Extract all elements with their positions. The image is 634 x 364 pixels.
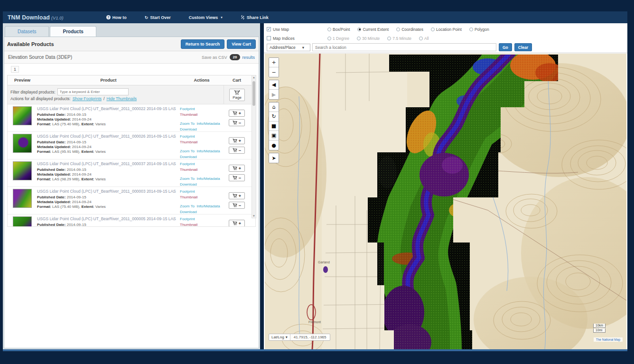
thumbnail-link[interactable]: Thumbnail [180,112,224,118]
product-list: USGS Lidar Point Cloud (LPC) UT_BearRive… [7,104,256,227]
download-link[interactable]: Download [180,155,224,160]
chevron-down-icon: ▾ [302,45,304,50]
add-page-to-cart-button[interactable]: Page [229,89,245,101]
column-header-product: Product [37,78,180,83]
footprint-link[interactable]: Footprint [180,162,224,167]
latlng-mode-select[interactable]: Lat/Lng ▾ [269,334,290,340]
map-indices-checkbox[interactable] [267,36,271,40]
info-metadata-link[interactable]: Info/Metadata [196,149,220,153]
zoom-to-link[interactable]: Zoom To [180,121,195,126]
list-scrollbar[interactable]: ▲ ▼ [252,75,256,218]
refresh-map-button[interactable]: ↻ [269,112,279,121]
use-map-checkbox[interactable]: ✓ [267,27,271,31]
howto-menu-item[interactable]: ? How to [106,15,127,20]
info-metadata-link[interactable]: Info/Metadata [196,121,220,126]
product-title: USGS Lidar Point Cloud (LPC) UT_BearRive… [37,134,178,139]
radio-location-point[interactable]: Location Point [431,27,462,32]
radio-coordinates[interactable]: Coordinates [396,27,423,32]
remove-from-cart-button[interactable]: − [229,147,245,154]
location-search-input[interactable] [312,43,496,51]
radio-icon [396,28,400,31]
show-footprints-link[interactable]: Show Footprints [73,96,102,101]
product-thumbnail[interactable] [13,106,32,125]
go-button[interactable]: Go [499,43,512,51]
radio-1-degree[interactable]: 1 Degree [327,36,349,41]
scroll-up-icon[interactable]: ▲ [252,76,256,79]
scroll-down-icon[interactable]: ▼ [252,215,256,217]
thumbnail-link[interactable]: Thumbnail [180,168,224,173]
info-metadata-link[interactable]: Info/Metadata [196,204,220,208]
map-canvas[interactable]: Garland Fremont [265,54,626,349]
radio-7-5-minute[interactable]: 7.5 Minute [387,36,411,41]
info-metadata-link[interactable]: Info/Metadata [196,177,220,181]
radio-30-minute[interactable]: 30 Minute [357,36,380,41]
globe-button[interactable]: ● [269,140,279,150]
radio-polygon[interactable]: Polygon [469,27,489,32]
remove-from-cart-button[interactable]: − [229,174,245,181]
previous-extent-button[interactable]: ◀ [269,80,279,90]
product-title: USGS Lidar Point Cloud (LPC) UT_BearRive… [37,189,178,194]
product-thumbnail[interactable] [13,161,32,180]
radio-box-point[interactable]: Box/Point [327,27,350,32]
pointer-tool-button[interactable]: ➤ [269,153,279,163]
results-link[interactable]: results [242,55,255,60]
custom-views-menu-item[interactable]: Custom Views ▾ [189,15,223,20]
share-link-menu-item[interactable]: Share Link [241,15,269,20]
save-as-csv-link[interactable]: Save as CSV [202,55,227,60]
panel-header: Available Products Return to Search View… [4,37,259,51]
footprint-link[interactable]: Footprint [180,107,224,112]
radio-current-extent[interactable]: Current Extent [357,27,389,32]
product-thumbnail[interactable] [13,189,32,208]
page-number-button[interactable]: 1 [11,66,19,73]
thumbnail-link[interactable]: Thumbnail [180,140,224,145]
add-to-cart-button[interactable]: + [229,220,245,227]
remove-from-cart-button[interactable]: − [229,202,245,209]
cart-icon [233,111,238,115]
page-title: Available Products [7,41,54,47]
add-to-cart-button[interactable]: + [229,192,245,199]
tab-datasets[interactable]: Datasets [5,26,49,37]
zoom-out-button[interactable]: − [269,67,279,77]
download-link[interactable]: Download [180,182,224,187]
zoom-in-button[interactable]: + [269,58,279,67]
box-select-button[interactable]: ▣ [269,131,279,140]
table-row: USGS Lidar Point Cloud (LPC) UT_BearRive… [8,215,255,227]
zoom-to-link[interactable]: Zoom To [180,149,195,153]
footprint-link[interactable]: Footprint [180,217,224,222]
return-to-search-button[interactable]: Return to Search [181,39,225,49]
zoom-to-link[interactable]: Zoom To [180,204,195,208]
full-extent-button[interactable]: ■ [269,121,279,131]
product-title: USGS Lidar Point Cloud (LPC) UT_BearRive… [37,216,178,222]
product-thumbnail[interactable] [13,134,32,153]
cart-icon [233,221,238,225]
bulk-actions-label: Actions for all displayed products: [10,96,71,101]
footprint-link[interactable]: Footprint [180,134,224,140]
home-extent-button[interactable]: ⌂ [269,103,279,112]
search-type-select[interactable]: Address/Place ▾ [267,44,310,51]
tab-products[interactable]: Products [50,26,96,37]
add-to-cart-button[interactable]: + [229,110,245,117]
filter-input[interactable] [57,88,129,95]
footprint-link[interactable]: Footprint [180,189,224,195]
radio-icon [327,37,331,40]
hide-thumbnails-link[interactable]: Hide Thumbnails [106,96,137,101]
start-over-menu-item[interactable]: ↻ Start Over [145,15,171,20]
product-thumbnail[interactable] [13,216,32,227]
product-title: USGS Lidar Point Cloud (LPC) UT_BearRive… [37,161,178,167]
thumbnail-link[interactable]: Thumbnail [180,223,224,227]
thumbnail-link[interactable]: Thumbnail [180,195,224,200]
scrollbar-thumb[interactable] [252,81,255,106]
cart-icon [233,139,238,143]
link-icon [241,15,245,19]
next-extent-button[interactable]: ▶ [269,90,279,99]
add-to-cart-button[interactable]: + [229,165,245,172]
zoom-to-link[interactable]: Zoom To [180,177,195,181]
view-cart-button[interactable]: View Cart [227,39,256,49]
remove-from-cart-button[interactable]: − [229,119,245,126]
clear-button[interactable]: Clear [514,43,532,51]
download-link[interactable]: Download [180,210,224,215]
map-panel: ✓ Use Map Box/Point Current Extent Coord… [264,23,627,349]
radio-all[interactable]: All [419,36,429,41]
add-to-cart-button[interactable]: + [229,137,245,144]
download-link[interactable]: Download [180,127,224,132]
